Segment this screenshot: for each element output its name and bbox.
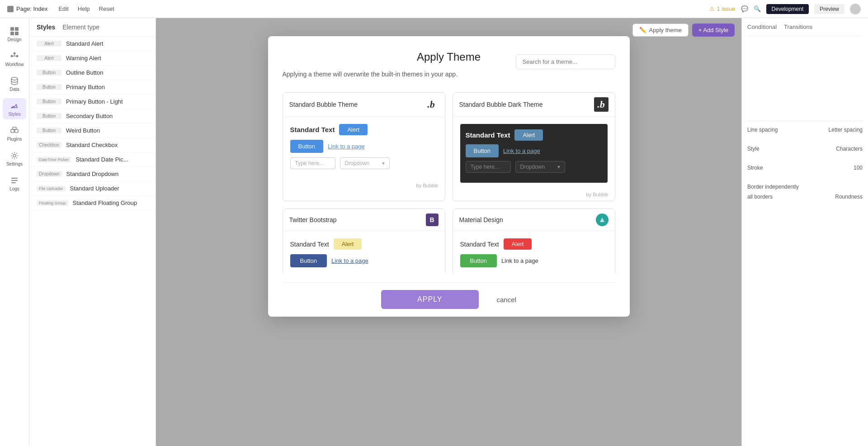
plugins-label: Plugins bbox=[7, 137, 22, 142]
theme-preview-alert: Alert bbox=[339, 124, 368, 135]
tab-styles[interactable]: Styles bbox=[37, 24, 55, 31]
theme-card-standard-bubble[interactable]: Standard Bubble Theme .b Standard Text A… bbox=[283, 92, 445, 201]
sidebar-item-design[interactable]: Design bbox=[3, 24, 26, 45]
sidebar-item-styles[interactable]: Styles bbox=[3, 98, 26, 119]
menu-help[interactable]: Help bbox=[78, 5, 90, 12]
theme-preview-input: Type here... bbox=[290, 157, 335, 169]
list-item[interactable]: Button Outline Button bbox=[29, 66, 156, 80]
style-label: Style bbox=[747, 146, 760, 152]
sidebar-item-plugins[interactable]: Plugins bbox=[3, 123, 26, 144]
theme-preview-input: Type here... bbox=[466, 161, 511, 173]
left-sidebar: Design Workflow Data Styles Plugins Sett… bbox=[0, 18, 29, 446]
bubble-logo-icon: .b bbox=[424, 97, 439, 112]
workflow-icon bbox=[9, 51, 19, 61]
theme-preview-button: Button bbox=[466, 144, 499, 157]
alert-label: 1 issue bbox=[717, 5, 735, 12]
theme-name: Twitter Bootstrap bbox=[289, 216, 337, 223]
theme-preview-alert: Alert bbox=[504, 238, 532, 250]
theme-preview-text: Standard Text bbox=[460, 241, 499, 248]
theme-preview-text: Standard Text bbox=[290, 241, 329, 248]
sidebar-item-workflow[interactable]: Workflow bbox=[3, 48, 26, 70]
svg-rect-12 bbox=[15, 129, 18, 133]
theme-card-twitter-bootstrap[interactable]: Twitter Bootstrap B Standard Text Alert … bbox=[283, 209, 445, 273]
roundness-label: Roundness bbox=[835, 194, 863, 200]
add-style-label: + Add Style bbox=[698, 27, 728, 33]
menu-edit[interactable]: Edit bbox=[58, 5, 68, 12]
list-item[interactable]: DateTime Picker Standard Date Pic... bbox=[29, 152, 156, 167]
user-avatar[interactable] bbox=[850, 4, 861, 14]
theme-preview-button: Button bbox=[460, 254, 497, 267]
stroke-label: Stroke bbox=[747, 165, 763, 171]
design-label: Design bbox=[7, 37, 21, 42]
page-indicator[interactable]: Page: Index bbox=[7, 5, 47, 12]
list-item[interactable]: Button Primary Button bbox=[29, 80, 156, 95]
apply-theme-button[interactable]: ✏️ Apply theme bbox=[632, 24, 689, 37]
cancel-button[interactable]: cancel bbox=[497, 296, 516, 304]
theme-preview-text: Standard Text bbox=[466, 131, 510, 139]
theme-card-footer: by Bubble bbox=[453, 190, 615, 201]
svg-point-14 bbox=[13, 154, 16, 157]
logs-icon bbox=[9, 176, 19, 185]
sidebar-item-settings[interactable]: Settings bbox=[3, 148, 26, 169]
main-area: Apply Theme Applying a theme will overwr… bbox=[156, 18, 741, 446]
list-item[interactable]: Checkbox Standard Checkbox bbox=[29, 138, 156, 152]
list-item[interactable]: Dropdown Standard Dropdown bbox=[29, 167, 156, 181]
theme-preview-link: Link to a page bbox=[331, 257, 368, 264]
apply-theme-label: Apply theme bbox=[649, 27, 682, 33]
list-item[interactable]: Alert Standard Alert bbox=[29, 37, 156, 51]
data-label: Data bbox=[9, 87, 19, 92]
theme-card-body: Standard Text Alert Button Link to a pag… bbox=[283, 231, 445, 273]
apply-button[interactable]: APPLY bbox=[381, 290, 478, 309]
letter-spacing-label: Letter spacing bbox=[829, 127, 863, 133]
typography-section: Line spacing Letter spacing Style Charac… bbox=[747, 127, 863, 200]
theme-card-body: Standard Text Alert Button Link to a pag… bbox=[453, 231, 615, 273]
tab-transitions[interactable]: Transitions bbox=[784, 24, 812, 32]
list-item[interactable]: File Uploader Standard Uploader bbox=[29, 181, 156, 196]
theme-name: Material Design bbox=[459, 216, 503, 223]
list-item[interactable]: Button Secondary Button bbox=[29, 109, 156, 123]
svg-rect-16 bbox=[11, 180, 18, 181]
alert-indicator[interactable]: ⚠ 1 issue bbox=[709, 5, 735, 12]
modal-overlay: Apply Theme Applying a theme will overwr… bbox=[156, 18, 741, 446]
theme-grid: Standard Bubble Theme .b Standard Text A… bbox=[283, 92, 615, 273]
svg-rect-13 bbox=[13, 127, 16, 129]
svg-rect-2 bbox=[10, 32, 14, 35]
line-spacing-label: Line spacing bbox=[747, 127, 778, 133]
list-item[interactable]: Alert Warning Alert bbox=[29, 51, 156, 66]
page-icon bbox=[7, 6, 14, 12]
menu-reset[interactable]: Reset bbox=[99, 5, 114, 12]
svg-point-6 bbox=[16, 55, 19, 57]
list-item[interactable]: Button Weird Button bbox=[29, 123, 156, 138]
preview-button[interactable]: Preview bbox=[814, 4, 844, 14]
theme-preview-alert: Alert bbox=[514, 129, 543, 141]
svg-point-4 bbox=[11, 55, 13, 57]
theme-preview-link: Link to a page bbox=[328, 143, 365, 150]
workflow-label: Workflow bbox=[5, 62, 24, 67]
theme-preview-text: Standard Text bbox=[290, 126, 335, 133]
list-item[interactable]: Button Primary Button - Light bbox=[29, 95, 156, 109]
stroke-value: 100 bbox=[854, 165, 863, 171]
topbar: Page: Index Edit Help Reset ⚠ 1 issue 💬 … bbox=[0, 0, 868, 18]
tab-element-type[interactable]: Element type bbox=[62, 24, 99, 31]
svg-point-9 bbox=[11, 77, 18, 80]
add-style-button[interactable]: + Add Style bbox=[692, 24, 735, 37]
theme-card-header: Material Design bbox=[453, 209, 615, 231]
theme-preview-dropdown: Dropdown▾ bbox=[340, 157, 390, 169]
theme-card-header: Standard Bubble Theme .b bbox=[283, 93, 445, 117]
dev-button[interactable]: Development bbox=[766, 4, 809, 14]
svg-rect-15 bbox=[11, 178, 18, 179]
theme-card-material-design[interactable]: Material Design Standard Text Alert bbox=[453, 209, 615, 273]
settings-icon bbox=[9, 151, 19, 161]
chat-icon[interactable]: 💬 bbox=[741, 5, 748, 12]
theme-card-bubble-dark[interactable]: Standard Bubble Dark Theme .b Standard T… bbox=[453, 92, 615, 201]
sidebar-item-logs[interactable]: Logs bbox=[3, 173, 26, 194]
theme-card-header: Standard Bubble Dark Theme .b bbox=[453, 93, 615, 117]
plugins-icon bbox=[9, 126, 19, 136]
theme-search-input[interactable] bbox=[516, 54, 615, 69]
list-item[interactable]: Floating Group Standard Floating Group bbox=[29, 196, 156, 210]
pencil-icon: ✏️ bbox=[639, 27, 646, 33]
right-panel: Conditional Transitions Line spacing Let… bbox=[741, 18, 868, 446]
tab-conditional[interactable]: Conditional bbox=[747, 24, 777, 32]
search-icon[interactable]: 🔍 bbox=[754, 5, 761, 12]
sidebar-item-data[interactable]: Data bbox=[3, 73, 26, 95]
